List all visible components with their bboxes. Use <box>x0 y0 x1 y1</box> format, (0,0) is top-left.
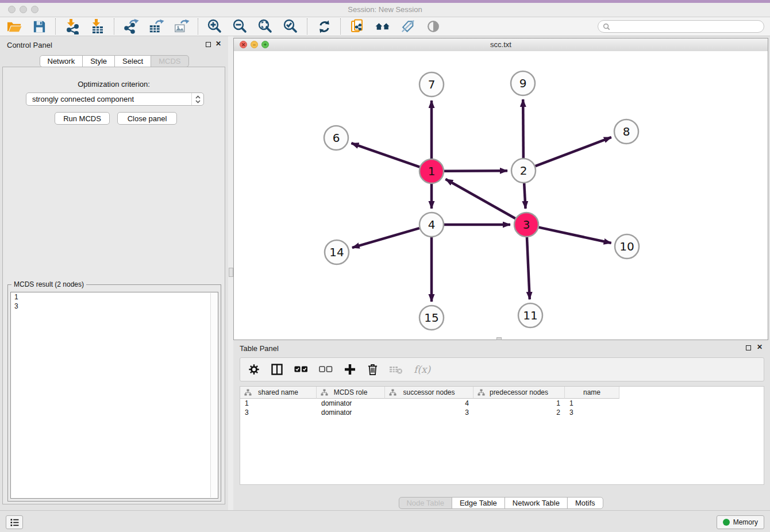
float-panel-icon[interactable] <box>206 42 211 47</box>
delete-table-icon-disabled <box>389 364 403 375</box>
graph-edge-4-14[interactable] <box>352 228 419 248</box>
table-cell-name[interactable]: 1 <box>565 399 619 408</box>
import-network-icon[interactable] <box>64 18 80 34</box>
table-cell-predecessor-nodes[interactable]: 1 <box>473 399 565 408</box>
titlebar[interactable]: Session: New Session <box>0 3 770 17</box>
graph-node-7[interactable]: 7 <box>419 72 444 97</box>
column-hierarchy-icon <box>244 389 252 396</box>
graph-node-10[interactable]: 10 <box>615 234 639 259</box>
graph-node-4[interactable]: 4 <box>419 213 444 237</box>
graph-edge-3-1[interactable] <box>445 179 515 218</box>
export-network-icon[interactable] <box>123 18 139 34</box>
graph-node-14[interactable]: 14 <box>325 240 349 264</box>
mcds-panel: Optimization criterion: strongly connect… <box>2 67 225 504</box>
tab-edge-table[interactable]: Edge Table <box>452 497 505 509</box>
graph-node-11[interactable]: 11 <box>518 303 542 327</box>
table-cell-predecessor-nodes[interactable]: 2 <box>473 408 565 417</box>
zoom-in-icon[interactable] <box>207 18 223 34</box>
column-header-mcds-role[interactable]: MCDS role <box>317 387 385 399</box>
graph-node-15[interactable]: 15 <box>419 306 444 330</box>
tab-node-table[interactable]: Node Table <box>398 497 452 509</box>
tab-network-table[interactable]: Network Table <box>505 497 568 509</box>
table-panel-title: Table Panel <box>240 344 279 353</box>
graph-edge-1-2[interactable] <box>444 171 507 171</box>
column-header-name[interactable]: name <box>565 387 619 399</box>
delete-row-icon[interactable] <box>367 363 378 376</box>
close-table-panel-icon[interactable]: ✕ <box>757 343 763 351</box>
network-window-titlebar[interactable]: ✕ − + scc.txt <box>234 38 768 52</box>
table-cell-successor-nodes[interactable]: 3 <box>385 408 473 417</box>
graph-edge-2-8[interactable] <box>536 137 611 166</box>
graph-node-9[interactable]: 9 <box>511 71 535 95</box>
graph-node-8[interactable]: 8 <box>614 119 638 144</box>
zoom-fit-icon[interactable] <box>257 18 274 34</box>
search-box[interactable] <box>598 20 764 33</box>
list-icon <box>10 518 20 527</box>
graph-edge-2-9[interactable] <box>523 99 523 158</box>
graph-node-1[interactable]: 1 <box>419 159 444 183</box>
table-cell-mcds-role[interactable]: dominator <box>317 408 385 417</box>
splitter-handle[interactable] <box>229 268 233 277</box>
run-mcds-button[interactable]: Run MCDS <box>55 112 110 125</box>
criterion-value: strongly connected component <box>26 95 191 103</box>
float-table-panel-icon[interactable] <box>746 345 751 350</box>
column-hierarchy-icon <box>321 389 328 396</box>
graph-node-2[interactable]: 2 <box>511 159 536 183</box>
column-header-successor-nodes[interactable]: successor nodes <box>385 387 473 399</box>
table-cell-mcds-role[interactable]: dominator <box>317 399 385 408</box>
graph-edge-3-11[interactable] <box>527 237 530 299</box>
graph-node-3[interactable]: 3 <box>514 213 538 237</box>
network-canvas[interactable]: 7968124314101511 <box>234 51 768 340</box>
criterion-select[interactable]: strongly connected component <box>26 92 204 106</box>
open-session-icon[interactable] <box>6 18 22 34</box>
graph-edge-1-6[interactable] <box>351 143 419 167</box>
show-columns-icon[interactable] <box>271 363 283 376</box>
hide-labels-icon[interactable] <box>400 18 416 34</box>
memory-button[interactable]: Memory <box>717 515 764 529</box>
export-table-icon[interactable] <box>148 18 164 34</box>
close-panel-icon[interactable]: ✕ <box>215 40 221 48</box>
table-cell-shared-name[interactable]: 1 <box>240 399 317 408</box>
result-scrollbar[interactable] <box>210 293 217 498</box>
add-row-icon[interactable] <box>344 363 356 376</box>
table-settings-gear-icon[interactable] <box>248 364 260 375</box>
table-cell-name[interactable]: 3 <box>565 408 619 417</box>
tab-motifs[interactable]: Motifs <box>567 497 603 509</box>
table-row[interactable]: 3dominator323 <box>240 408 764 417</box>
home-networks-icon[interactable] <box>375 18 391 34</box>
graph-edge-2-3[interactable] <box>524 183 525 209</box>
table-cell-shared-name[interactable]: 3 <box>240 408 317 417</box>
search-input[interactable] <box>613 22 759 31</box>
tab-style[interactable]: Style <box>82 55 115 67</box>
table-body: 1dominator4113dominator323 <box>240 399 764 417</box>
task-history-button[interactable] <box>6 515 23 529</box>
mcds-result-area[interactable]: 13 <box>10 292 218 499</box>
toolbar-separator <box>340 18 341 34</box>
deselect-all-icon[interactable] <box>319 365 333 373</box>
clone-network-icon[interactable] <box>349 18 365 34</box>
birds-eye-view-icon[interactable] <box>425 18 441 34</box>
graph-node-6[interactable]: 6 <box>324 126 348 150</box>
tab-mcds[interactable]: MCDS <box>151 55 188 67</box>
import-table-icon[interactable] <box>90 18 106 34</box>
zoom-selected-icon[interactable] <box>283 18 299 34</box>
graph-node-label: 14 <box>329 245 344 259</box>
select-all-icon[interactable] <box>294 365 308 373</box>
mcds-result-line: 3 <box>11 302 218 311</box>
zoom-out-icon[interactable] <box>232 18 248 34</box>
graph-edge-3-10[interactable] <box>538 228 611 243</box>
network-graph[interactable]: 7968124314101511 <box>234 51 768 340</box>
vertical-splitter[interactable] <box>228 36 233 510</box>
column-header-label: predecessor nodes <box>490 388 548 396</box>
optimization-criterion-label: Optimization criterion: <box>3 80 225 88</box>
tab-network[interactable]: Network <box>39 55 83 67</box>
close-panel-button[interactable]: Close panel <box>117 112 177 125</box>
export-image-icon[interactable] <box>174 18 190 34</box>
table-row[interactable]: 1dominator411 <box>240 399 764 408</box>
column-header-shared-name[interactable]: shared name <box>240 387 317 399</box>
refresh-icon[interactable] <box>316 18 332 34</box>
column-header-predecessor-nodes[interactable]: predecessor nodes <box>473 387 565 399</box>
save-session-icon[interactable] <box>31 18 47 34</box>
tab-select[interactable]: Select <box>114 55 151 67</box>
table-cell-successor-nodes[interactable]: 4 <box>385 399 473 408</box>
